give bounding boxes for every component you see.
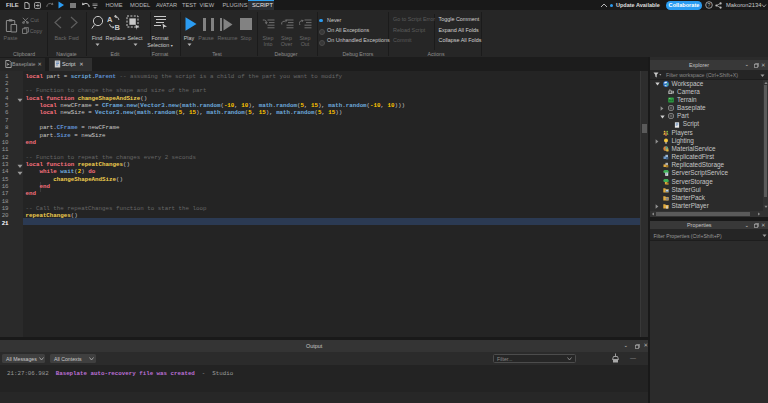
svg-text:B: B xyxy=(115,23,121,31)
svg-text:?: ? xyxy=(708,2,711,8)
svg-text:A: A xyxy=(107,15,113,24)
